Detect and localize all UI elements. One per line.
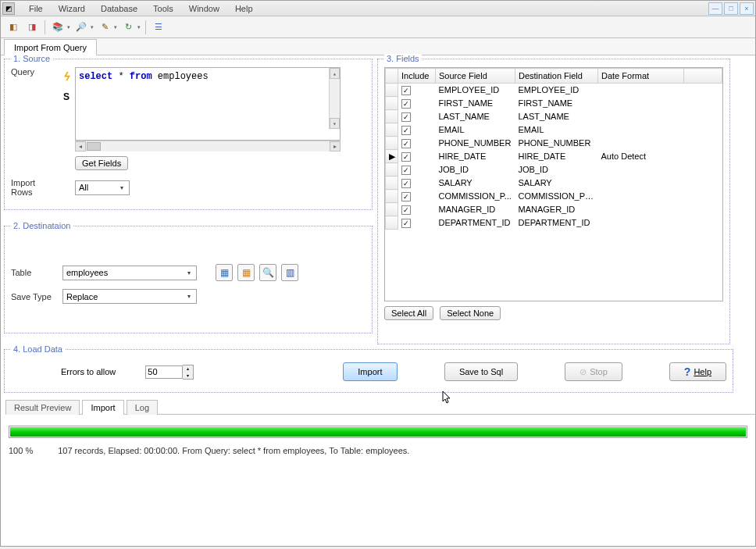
menu-help[interactable]: Help [227,2,261,15]
menu-file[interactable]: File [21,2,51,15]
select-none-button[interactable]: Select None [440,306,501,320]
col-source[interactable]: Source Field [436,69,515,84]
col-format[interactable]: Date Format [598,69,684,84]
cell-src[interactable]: MANAGER_ID [436,203,515,216]
list-icon[interactable]: ☰ [151,20,166,35]
include-checkbox[interactable]: ✓ [401,166,411,175]
maximize-button[interactable]: □ [724,2,738,15]
table-row[interactable]: ✓EMAILEMAIL [386,123,722,137]
tab-import-from-query[interactable]: Import From Query [4,39,97,55]
table-row[interactable]: ✓JOB_IDJOB_ID [386,163,722,176]
cell-fmt[interactable] [598,110,684,123]
cell-dest[interactable]: HIRE_DATE [515,150,598,163]
cell-src[interactable]: EMAIL [436,123,515,137]
table-row[interactable]: ▶✓HIRE_DATEHIRE_DATEAuto Detect [386,150,722,163]
cell-fmt[interactable] [598,176,684,190]
cell-src[interactable]: HIRE_DATE [436,150,515,163]
menu-window[interactable]: Window [181,2,227,15]
execute-icon[interactable]: ϟ [62,70,70,83]
table-combo[interactable]: employees ▾ [62,266,197,280]
columns-icon[interactable]: ▥ [281,264,298,281]
table-row[interactable]: ✓DEPARTMENT_IDDEPARTMENT_ID [386,216,722,230]
menu-wizard[interactable]: Wizard [51,2,93,15]
select-all-button[interactable]: Select All [384,306,433,320]
include-checkbox[interactable]: ✓ [401,86,411,95]
query-vscroll[interactable]: ▴ ▾ [329,68,340,129]
cell-src[interactable]: PHONE_NUMBER [436,137,515,150]
menu-database[interactable]: Database [93,2,145,15]
progress-status: 107 records, Elapsed: 00:00:00. From Que… [58,446,409,455]
disconnect-icon[interactable]: ◨ [24,20,40,35]
new-table-icon[interactable]: ▦ [216,264,233,281]
col-include[interactable]: Include [398,69,436,84]
include-checkbox[interactable]: ✓ [401,205,411,215]
cell-dest[interactable]: JOB_ID [515,163,598,176]
table-row[interactable]: ✓MANAGER_IDMANAGER_ID [386,203,722,216]
include-checkbox[interactable]: ✓ [401,192,411,201]
cell-src[interactable]: EMPLOYEE_ID [436,84,515,97]
query-hscroll[interactable]: ◂ ▸ [75,141,341,152]
include-checkbox[interactable]: ✓ [401,112,411,122]
cell-dest[interactable]: COMMISSION_PCT [515,190,598,203]
include-checkbox[interactable]: ✓ [401,139,411,148]
tab-result-preview[interactable]: Result Preview [5,400,80,415]
cell-src[interactable]: FIRST_NAME [436,97,515,110]
fields-grid[interactable]: Include Source Field Destination Field D… [384,67,723,301]
cell-fmt[interactable] [598,137,684,150]
cell-dest[interactable]: FIRST_NAME [515,97,598,110]
find-icon[interactable]: 🔎▾ [73,20,94,35]
preview-table-icon[interactable]: 🔍 [259,264,276,281]
cell-src[interactable]: SALARY [436,176,515,190]
col-dest[interactable]: Destination Field [515,69,598,84]
cell-dest[interactable]: DEPARTMENT_ID [515,216,598,230]
sql-icon[interactable]: S [62,91,70,103]
import-button[interactable]: Import [343,362,398,381]
menu-tools[interactable]: Tools [145,2,181,15]
edit-icon[interactable]: ✎▾ [97,20,117,35]
close-button[interactable]: × [740,2,754,15]
open-table-icon[interactable]: ▦ [237,264,255,281]
cell-fmt[interactable] [598,123,684,137]
cell-src[interactable]: DEPARTMENT_ID [436,216,515,230]
save-type-combo[interactable]: Replace ▾ [62,289,197,304]
include-checkbox[interactable]: ✓ [401,152,411,162]
cell-fmt[interactable] [598,84,684,97]
cell-dest[interactable]: EMAIL [515,123,598,137]
table-row[interactable]: ✓COMMISSION_P...COMMISSION_PCT [386,190,722,203]
tab-log[interactable]: Log [127,400,158,415]
cell-dest[interactable]: MANAGER_ID [515,203,598,216]
cell-fmt[interactable] [598,163,684,176]
save-to-sql-button[interactable]: Save to Sql [444,362,518,381]
cell-fmt[interactable] [598,203,684,216]
table-row[interactable]: ✓EMPLOYEE_IDEMPLOYEE_ID [386,84,722,97]
refresh-icon[interactable]: ↻▾ [120,20,141,35]
cell-dest[interactable]: PHONE_NUMBER [515,137,598,150]
table-row[interactable]: ✓PHONE_NUMBERPHONE_NUMBER [386,137,722,150]
cell-dest[interactable]: LAST_NAME [515,110,598,123]
errors-allowed-input[interactable]: ▴▾ [145,365,194,380]
cell-dest[interactable]: EMPLOYEE_ID [515,84,598,97]
cell-fmt[interactable]: Auto Detect [598,150,684,163]
include-checkbox[interactable]: ✓ [401,179,411,188]
new-connection-icon[interactable]: ◧ [5,20,21,35]
cell-fmt[interactable] [598,97,684,110]
get-fields-button[interactable]: Get Fields [75,156,128,170]
cell-dest[interactable]: SALARY [515,176,598,190]
include-checkbox[interactable]: ✓ [401,99,411,109]
table-row[interactable]: ✓SALARYSALARY [386,176,722,190]
cell-src[interactable]: LAST_NAME [436,110,515,123]
cell-src[interactable]: JOB_ID [436,163,515,176]
table-row[interactable]: ✓FIRST_NAMEFIRST_NAME [386,97,722,110]
import-rows-combo[interactable]: All ▾ [75,180,130,195]
tab-import[interactable]: Import [82,400,123,415]
cell-fmt[interactable] [598,190,684,203]
minimize-button[interactable]: — [708,2,722,15]
table-row[interactable]: ✓LAST_NAMELAST_NAME [386,110,722,123]
query-textarea[interactable]: select * from employees ▴ ▾ [75,67,341,141]
cell-src[interactable]: COMMISSION_P... [436,190,515,203]
cell-fmt[interactable] [598,216,684,230]
help-button[interactable]: ?Help [669,362,726,381]
books-icon[interactable]: 📚▾ [50,20,70,35]
include-checkbox[interactable]: ✓ [401,219,411,228]
include-checkbox[interactable]: ✓ [401,126,411,135]
